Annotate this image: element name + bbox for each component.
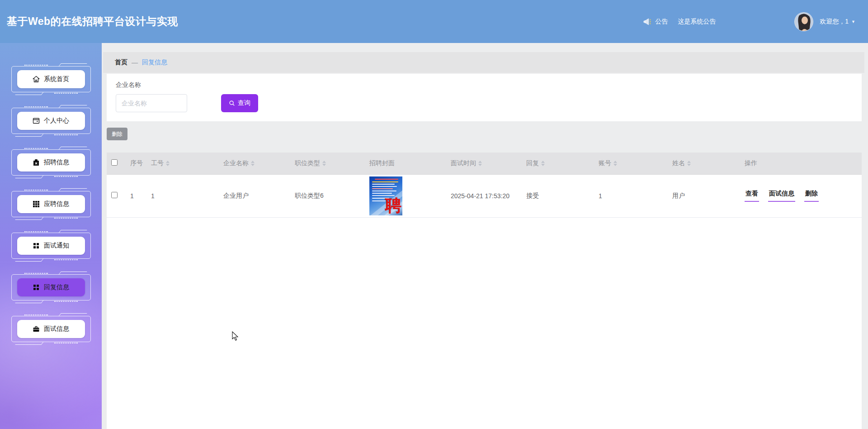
sort-arrows-icon[interactable] <box>687 161 691 166</box>
column-header-name[interactable]: 姓名 <box>668 153 740 174</box>
column-header-actions: 操作 <box>740 153 862 174</box>
clipboard-icon <box>33 159 40 166</box>
column-header-interview-time[interactable]: 面试时间 <box>446 153 522 174</box>
home-icon <box>33 76 40 83</box>
sidebar-item-label: 回复信息 <box>44 283 69 291</box>
row-checkbox[interactable] <box>111 192 118 198</box>
page-title: 基于Web的在线招聘平台设计与实现 <box>7 14 178 29</box>
sidebar-item-label: 系统首页 <box>44 75 69 83</box>
table-header-row: 序号 工号 企业名称 职位类型 招聘封面 面试时间 回复 账号 姓名 操作 <box>107 153 862 174</box>
delete-button[interactable]: 删除 <box>804 190 819 202</box>
column-header-job-type[interactable]: 职位类型 <box>290 153 365 174</box>
company-name-label: 企业名称 <box>116 81 853 89</box>
column-header-company[interactable]: 企业名称 <box>219 153 290 174</box>
recruitment-cover-image[interactable]: 聘 <box>369 176 402 215</box>
app-header: 基于Web的在线招聘平台设计与实现 公告 这是系统公告 欢迎您，1 ▼ <box>0 0 868 43</box>
grid-four-icon <box>33 242 40 249</box>
cell-account: 1 <box>594 174 668 217</box>
grid-four-icon <box>33 284 40 291</box>
mouse-cursor <box>232 331 239 341</box>
user-menu[interactable]: 欢迎您，1 ▼ <box>820 18 855 26</box>
sidebar: 系统首页 个人中心 招聘信息 <box>0 43 102 429</box>
reply-table: 序号 工号 企业名称 职位类型 招聘封面 面试时间 回复 账号 姓名 操作 <box>107 153 862 429</box>
view-button[interactable]: 查看 <box>745 190 759 202</box>
announcement-bar[interactable]: 公告 这是系统公告 <box>642 17 716 26</box>
company-name-input[interactable] <box>116 94 187 112</box>
cell-index: 1 <box>126 174 146 217</box>
sidebar-item-label: 应聘信息 <box>44 200 69 208</box>
sort-arrows-icon[interactable] <box>166 161 170 166</box>
briefcase-icon <box>33 325 40 333</box>
profile-card-icon <box>33 117 40 124</box>
query-button[interactable]: 查询 <box>221 94 258 112</box>
search-panel: 企业名称 查询 <box>107 74 862 121</box>
breadcrumb: 首页 — 回复信息 <box>103 52 864 73</box>
breadcrumb-current-link[interactable]: 回复信息 <box>142 58 167 67</box>
grid-nine-icon <box>33 200 40 208</box>
sidebar-item-interview-notice[interactable]: 面试通知 <box>17 237 85 255</box>
sidebar-item-label: 个人中心 <box>44 117 69 125</box>
column-header-reply[interactable]: 回复 <box>522 153 594 174</box>
cell-interview-time: 2025-04-21 17:53:20 <box>446 174 522 217</box>
column-header-account[interactable]: 账号 <box>594 153 668 174</box>
select-all-checkbox[interactable] <box>111 159 118 166</box>
sidebar-item-recruit-info[interactable]: 招聘信息 <box>17 153 85 172</box>
chevron-down-icon: ▼ <box>851 19 855 24</box>
cover-glyph: 聘 <box>385 197 401 214</box>
cell-work-id: 1 <box>146 174 219 217</box>
table-row: 1 1 企业用户 职位类型6 聘 2025-04-21 1 <box>107 174 862 217</box>
column-header-work-id[interactable]: 工号 <box>146 153 219 174</box>
sidebar-item-label: 招聘信息 <box>44 158 69 167</box>
query-button-label: 查询 <box>238 99 250 107</box>
sort-arrows-icon[interactable] <box>478 161 482 166</box>
sort-arrows-icon[interactable] <box>613 161 617 166</box>
cell-company: 企业用户 <box>219 174 290 217</box>
cell-job-type: 职位类型6 <box>290 174 365 217</box>
welcome-text: 欢迎您，1 <box>820 18 849 26</box>
sort-arrows-icon[interactable] <box>251 161 255 166</box>
column-header-cover: 招聘封面 <box>365 153 446 174</box>
table-toolbar: 删除 <box>107 128 862 140</box>
interview-info-button[interactable]: 面试信息 <box>768 190 795 202</box>
breadcrumb-home-link[interactable]: 首页 <box>115 58 127 67</box>
avatar[interactable] <box>794 12 813 31</box>
sidebar-item-label: 面试通知 <box>44 242 69 250</box>
sidebar-item-personal-center[interactable]: 个人中心 <box>17 112 85 130</box>
main-content: 首页 — 回复信息 企业名称 查询 删除 <box>102 43 868 429</box>
cell-name: 用户 <box>668 174 740 217</box>
sort-arrows-icon[interactable] <box>541 161 545 166</box>
sidebar-item-label: 面试信息 <box>44 325 69 333</box>
search-icon <box>229 100 235 106</box>
breadcrumb-separator: — <box>132 59 138 66</box>
sort-arrows-icon[interactable] <box>322 161 326 166</box>
megaphone-icon <box>642 17 651 26</box>
announcement-text: 这是系统公告 <box>678 18 716 26</box>
column-header-index: 序号 <box>126 153 146 174</box>
announcement-label: 公告 <box>655 18 668 26</box>
bulk-delete-button[interactable]: 删除 <box>107 128 127 140</box>
avatar-image <box>795 13 813 31</box>
sidebar-item-reply-info[interactable]: 回复信息 <box>17 278 85 296</box>
sidebar-item-apply-info[interactable]: 应聘信息 <box>17 195 85 213</box>
sidebar-item-interview-info[interactable]: 面试信息 <box>17 320 85 338</box>
cell-reply: 接受 <box>522 174 594 217</box>
sidebar-item-system-home[interactable]: 系统首页 <box>17 70 85 88</box>
